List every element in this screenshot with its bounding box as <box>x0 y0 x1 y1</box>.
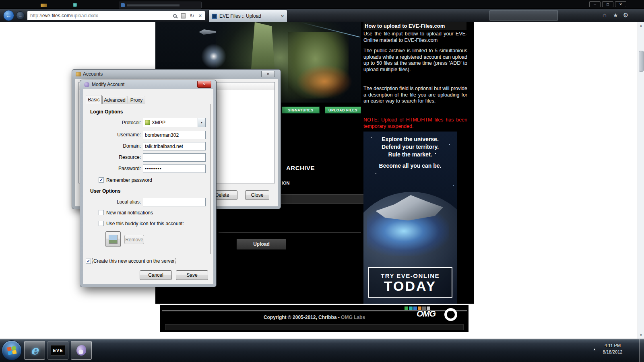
ad-line-3: Rule the market. <box>363 151 457 158</box>
create-account-label[interactable]: Create this new account on the server <box>93 258 175 264</box>
tray-expand-arrow[interactable]: ▲ <box>591 346 598 353</box>
pidgin-icon <box>76 345 87 356</box>
cancel-button[interactable]: Cancel <box>140 270 172 280</box>
new-mail-checkbox[interactable] <box>99 210 104 215</box>
remember-password-checkbox[interactable]: ✓ <box>99 177 104 183</box>
archive-heading: ARCHIVE <box>286 165 315 171</box>
accounts-close-window-button[interactable]: Close <box>245 190 269 200</box>
remove-buddy-icon-button[interactable]: Remove <box>124 235 144 244</box>
browser-scrollbar[interactable]: ▲ ▼ <box>638 22 644 339</box>
footer-square <box>409 306 413 310</box>
ad-line-1: Explore the universe. <box>363 136 457 143</box>
ie-icon: e <box>31 344 38 356</box>
ad-cta-line-2: TODAY <box>384 279 436 293</box>
compatibility-view-icon[interactable] <box>181 13 186 19</box>
clock-time: 4:11 PM <box>598 342 627 349</box>
scroll-up-arrow[interactable]: ▲ <box>638 22 644 29</box>
description-partial-text: ION <box>282 181 290 185</box>
url-scheme: http:// <box>30 13 42 19</box>
search-icon[interactable] <box>173 14 177 18</box>
maximize-button[interactable]: □ <box>602 1 613 7</box>
eve-online-ad[interactable]: Explore the universe. Defend your territ… <box>363 132 457 304</box>
clock-date: 8/18/2012 <box>598 349 627 355</box>
ring-logo <box>444 308 457 321</box>
create-account-checkbox[interactable]: ✓ <box>86 259 91 264</box>
resource-input[interactable] <box>143 153 206 162</box>
tab-close-icon[interactable]: ✕ <box>281 14 284 19</box>
signatures-button[interactable]: SIGNATURES <box>282 107 320 113</box>
buddy-icon-checkbox[interactable] <box>99 221 104 226</box>
dialog-client-area: Basic Advanced Proxy Login Options Proto… <box>83 89 213 284</box>
modify-account-dialog: Modify Account ✕ Basic Advanced Proxy Lo… <box>80 80 217 287</box>
buddy-icon-label[interactable]: Use this buddy icon for this account: <box>106 221 184 226</box>
dialog-title: Modify Account <box>92 82 124 87</box>
scroll-down-arrow[interactable]: ▼ <box>638 332 644 339</box>
tab-proxy[interactable]: Proxy <box>128 96 145 104</box>
domain-input[interactable] <box>143 142 206 150</box>
buddy-icon-preview <box>109 235 118 244</box>
url-host: eve-files.com <box>42 13 71 19</box>
save-button[interactable]: Save <box>176 270 208 280</box>
taskbar-clock[interactable]: 4:11 PM 8/18/2012 <box>598 342 627 355</box>
refresh-icon[interactable]: ↻ <box>190 13 194 19</box>
protocol-dropdown[interactable]: XMPP ▼ <box>143 118 206 127</box>
home-icon[interactable]: ⌂ <box>603 12 607 19</box>
upload-files-button[interactable]: UPLOAD FILES <box>325 107 361 113</box>
scroll-thumb[interactable] <box>639 51 644 72</box>
sidebar-heading: How to upload to EVE-Files.com <box>363 22 466 30</box>
stop-icon[interactable]: ✕ <box>198 14 202 18</box>
show-desktop-button[interactable] <box>639 339 644 362</box>
local-alias-input[interactable] <box>143 198 206 206</box>
chat-tab-text-blur <box>127 4 180 6</box>
footer-square <box>405 306 408 310</box>
ad-line-4: Become all you can be. <box>363 162 457 170</box>
sidebar-paragraph-1: Use the file-input below to upload your … <box>363 31 467 43</box>
taskbar-eve-button[interactable]: EVE <box>47 341 68 360</box>
copyright-text: Copyright © 2005-2012, Chribba - <box>264 315 340 320</box>
background-window-fragment <box>489 10 558 21</box>
dialog-close-button[interactable]: ✕ <box>197 81 211 88</box>
background-chat-tab[interactable] <box>119 2 202 8</box>
hero-art-orange-glow <box>296 64 353 99</box>
taskbar-pidgin-button[interactable] <box>71 341 92 360</box>
address-bar[interactable]: http:// eve-files.com /upload.dxdx ↻ ✕ <box>27 11 205 21</box>
taskbar-highlight <box>0 339 644 339</box>
tools-gear-icon[interactable]: ⚙ <box>623 12 628 18</box>
xmpp-protocol-icon <box>145 120 150 125</box>
browser-navbar: ← → http:// eve-files.com /upload.dxdx ↻… <box>0 9 644 22</box>
remember-password-label[interactable]: Remember password <box>106 177 152 183</box>
browser-tab[interactable]: EVE Files :: Upload ✕ <box>208 10 287 22</box>
taskbar-ie-button[interactable]: e <box>24 341 45 360</box>
forward-button[interactable]: → <box>16 11 25 20</box>
start-button[interactable] <box>2 340 22 360</box>
eve-icon-label: EVE <box>53 348 63 353</box>
login-options-heading: Login Options <box>90 109 123 115</box>
back-button[interactable]: ← <box>3 10 14 21</box>
eve-icon: EVE <box>51 345 65 356</box>
user-options-heading: User Options <box>90 188 120 194</box>
buddy-icon-button[interactable] <box>105 231 121 247</box>
omg-labs-link[interactable]: OMG Labs <box>341 315 365 320</box>
close-button[interactable]: ✕ <box>615 1 626 7</box>
page-footer: Copyright © 2005-2012, Chribba - OMG Lab… <box>160 305 469 332</box>
omg-logo: OMG <box>417 309 436 319</box>
pidgin-dialog-icon <box>84 82 89 87</box>
new-mail-label[interactable]: New mail notifications <box>106 210 153 216</box>
favorites-star-icon[interactable]: ★ <box>613 12 618 18</box>
tab-advanced[interactable]: Advanced <box>102 96 127 104</box>
username-input[interactable] <box>143 131 206 139</box>
sidebar-note: NOTE: Upload of HTML/HTM files has been … <box>363 117 467 130</box>
password-input[interactable] <box>143 165 206 173</box>
checkmark-icon: ✓ <box>99 178 103 182</box>
tab-title: EVE Files :: Upload <box>219 13 279 19</box>
divider-2 <box>219 232 361 233</box>
ad-cta-box: TRY EVE-ONLINE TODAY <box>368 267 452 298</box>
page-upload-button[interactable]: Upload <box>237 239 286 249</box>
password-label: Password: <box>91 166 141 171</box>
minimize-button[interactable]: ─ <box>589 1 601 7</box>
sidebar-paragraph-2: The public archive is limited to 5 simul… <box>363 48 467 73</box>
ad-line-2: Defend your territory. <box>363 143 457 151</box>
dropdown-arrow-button[interactable]: ▼ <box>198 118 205 127</box>
accounts-close-button[interactable]: ✕ <box>261 71 275 77</box>
tab-basic[interactable]: Basic <box>86 95 102 104</box>
